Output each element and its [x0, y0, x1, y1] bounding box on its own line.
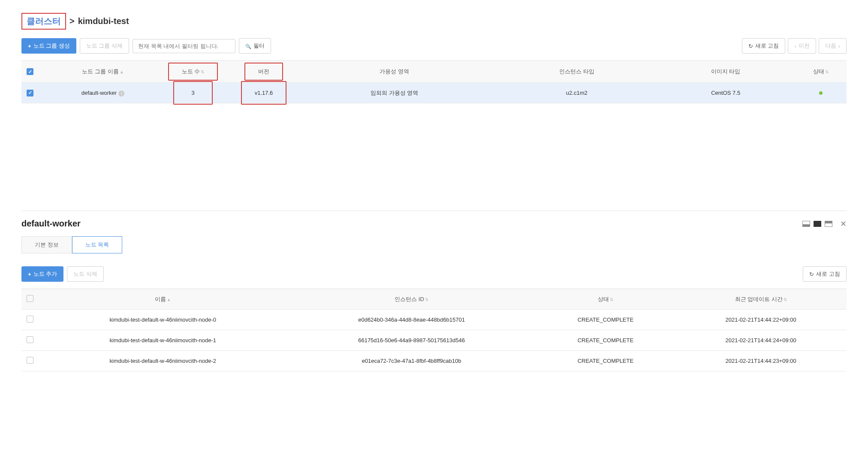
image-cell: CentOS 7.5: [656, 83, 795, 103]
panel-layout-bottom-icon[interactable]: [802, 221, 810, 227]
close-icon[interactable]: ✕: [840, 219, 847, 229]
select-all-checkbox[interactable]: [27, 68, 33, 75]
node-group-name: default-workeri: [39, 83, 167, 103]
info-icon[interactable]: i: [118, 90, 124, 96]
breadcrumb: 클러스터 > kimdubi-test: [21, 0, 847, 38]
col-status[interactable]: 상태⇅: [795, 61, 847, 83]
status-dot-icon: [819, 91, 823, 95]
az-cell: 임의의 가용성 영역: [292, 83, 497, 103]
panel-layout-full-icon[interactable]: [814, 221, 821, 227]
instance-cell: u2.c1m2: [497, 83, 656, 103]
prev-button[interactable]: 이전: [788, 38, 816, 54]
breadcrumb-separator: >: [69, 16, 75, 26]
select-all-nodes-checkbox[interactable]: [27, 295, 33, 302]
tab-basic-info[interactable]: 기본 정보: [21, 236, 72, 253]
row-checkbox[interactable]: [27, 316, 33, 322]
sort-icon: ▲: [120, 69, 124, 74]
col-node-count[interactable]: 노드 수⇅: [167, 61, 219, 83]
col-instance-id[interactable]: 인스턴스 ID⇅: [287, 289, 536, 310]
status-cell: CREATE_COMPLETE: [536, 351, 675, 371]
instance-id-cell: e01eca72-7c3e-47a1-8fbf-4b8ff9cab10b: [287, 351, 536, 371]
node-group-table: 노드 그룹 이름▲ 노드 수⇅ 버전 가용성 영역 인스턴스 타입 이미지 타입…: [21, 60, 847, 103]
detail-panel: default-worker ✕ 기본 정보 노드 목록 노드 추가 노드 삭제: [21, 211, 847, 371]
next-button[interactable]: 다음: [819, 38, 847, 54]
status-cell: CREATE_COMPLETE: [536, 330, 675, 351]
updated-cell: 2021-02-21T14:44:24+09:00: [675, 330, 847, 351]
tab-node-list[interactable]: 노드 목록: [72, 236, 123, 253]
status-cell: CREATE_COMPLETE: [536, 310, 675, 330]
version-cell: v1.17.6: [241, 81, 287, 105]
node-list-toolbar: 노드 추가 노드 삭제 새로 고침: [21, 266, 847, 282]
panel-layout-top-icon[interactable]: [825, 221, 832, 227]
panel-tabs: 기본 정보 노드 목록: [21, 236, 847, 253]
row-checkbox[interactable]: [27, 90, 33, 96]
sort-icon: ⇅: [201, 69, 204, 74]
col-az[interactable]: 가용성 영역: [292, 61, 497, 83]
col-node-status[interactable]: 상태⇅: [536, 289, 675, 310]
col-name[interactable]: 노드 그룹 이름▲: [39, 61, 167, 83]
create-node-group-label: 노드 그룹 생성: [33, 42, 70, 50]
node-group-toolbar: 노드 그룹 생성 노드 그룹 삭제 필터 새로 고침 이전 다음: [21, 38, 847, 54]
search-icon: [245, 43, 251, 49]
delete-node-group-button[interactable]: 노드 그룹 삭제: [80, 38, 129, 54]
instance-id-cell: 66175d16-50e6-44a9-8987-50175613d546: [287, 330, 536, 351]
plus-icon: [28, 43, 31, 49]
col-version[interactable]: 버전: [236, 61, 292, 83]
row-checkbox[interactable]: [27, 336, 33, 343]
filter-button[interactable]: 필터: [239, 38, 271, 54]
node-row[interactable]: kimdubi-test-default-w-46niimovcith-node…: [21, 310, 847, 330]
breadcrumb-current: kimdubi-test: [78, 16, 129, 26]
chevron-left-icon: [794, 43, 796, 49]
node-row[interactable]: kimdubi-test-default-w-46niimovcith-node…: [21, 330, 847, 351]
refresh-label: 새로 고침: [755, 42, 779, 50]
node-name-cell: kimdubi-test-default-w-46niimovcith-node…: [39, 330, 287, 351]
node-group-row[interactable]: default-workeri 3 v1.17.6 임의의 가용성 영역 u2.…: [21, 83, 847, 103]
sort-icon: ▲: [167, 297, 171, 302]
filter-input[interactable]: [133, 39, 235, 53]
sort-icon: ⇅: [825, 69, 829, 74]
create-node-group-button[interactable]: 노드 그룹 생성: [21, 38, 76, 54]
chevron-right-icon: [838, 43, 840, 49]
node-name-cell: kimdubi-test-default-w-46niimovcith-node…: [39, 351, 287, 371]
col-updated[interactable]: 최근 업데이트 시간⇅: [675, 289, 847, 310]
breadcrumb-cluster-link[interactable]: 클러스터: [21, 13, 66, 30]
add-node-label: 노드 추가: [33, 270, 57, 278]
updated-cell: 2021-02-21T14:44:22+09:00: [675, 310, 847, 330]
panel-refresh-label: 새로 고침: [816, 270, 840, 278]
add-node-button[interactable]: 노드 추가: [21, 266, 63, 282]
instance-id-cell: e0d624b0-346a-44d8-8eae-448bd6b15701: [287, 310, 536, 330]
sort-icon: ⇅: [425, 297, 428, 302]
col-instance-type[interactable]: 인스턴스 타입: [497, 61, 656, 83]
row-checkbox[interactable]: [27, 357, 33, 364]
sort-icon: ⇅: [784, 297, 787, 302]
delete-node-button[interactable]: 노드 삭제: [67, 266, 104, 282]
sort-icon: ⇅: [610, 297, 613, 302]
refresh-icon: [748, 43, 753, 49]
node-name-cell: kimdubi-test-default-w-46niimovcith-node…: [39, 310, 287, 330]
refresh-button[interactable]: 새로 고침: [742, 38, 786, 54]
node-row[interactable]: kimdubi-test-default-w-46niimovcith-node…: [21, 351, 847, 371]
node-count-cell: 3: [173, 81, 212, 105]
plus-icon: [28, 271, 31, 277]
filter-label: 필터: [253, 42, 265, 50]
col-node-name[interactable]: 이름▲: [39, 289, 287, 310]
refresh-icon: [809, 271, 814, 277]
updated-cell: 2021-02-21T14:44:23+09:00: [675, 351, 847, 371]
col-image-type[interactable]: 이미지 타입: [656, 61, 795, 83]
panel-title: default-worker: [21, 219, 81, 229]
panel-refresh-button[interactable]: 새로 고침: [803, 266, 847, 282]
node-list-table: 이름▲ 인스턴스 ID⇅ 상태⇅ 최근 업데이트 시간⇅ kimdubi-tes…: [21, 289, 847, 371]
prev-label: 이전: [799, 42, 810, 50]
next-label: 다음: [825, 42, 836, 50]
